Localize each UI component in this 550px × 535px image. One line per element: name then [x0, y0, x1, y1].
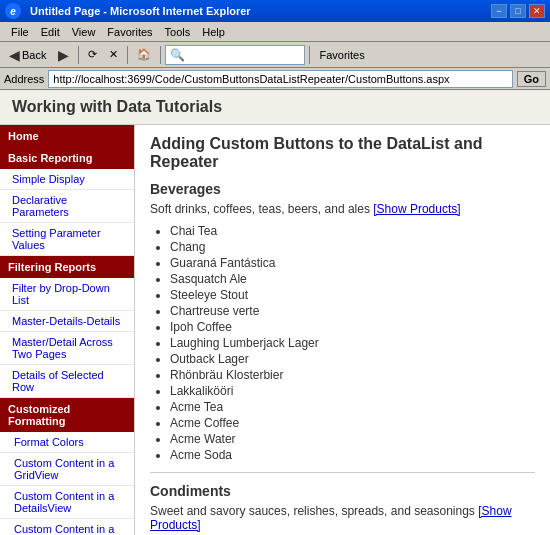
sidebar-item-master-detail-across[interactable]: Master/Detail Across Two Pages: [0, 332, 134, 365]
sidebar-item-home[interactable]: Home: [0, 125, 134, 147]
list-item: Lakkalikööri: [170, 384, 535, 398]
sidebar-item-filtering-reports[interactable]: Filtering Reports: [0, 256, 134, 278]
sidebar-item-simple-display[interactable]: Simple Display: [0, 169, 134, 190]
toolbar-separator-2: [127, 46, 128, 64]
list-item: Guaraná Fantástica: [170, 256, 535, 270]
maximize-button[interactable]: □: [510, 4, 526, 18]
list-item: Acme Water: [170, 432, 535, 446]
list-item: Ipoh Coffee: [170, 320, 535, 334]
list-item: Rhönbräu Klosterbier: [170, 368, 535, 382]
sidebar-item-filter-dropdown[interactable]: Filter by Drop-Down List: [0, 278, 134, 311]
favorites-button[interactable]: Favorites: [314, 46, 369, 64]
favorites-label: Favorites: [319, 49, 364, 61]
title-bar: e Untitled Page - Microsoft Internet Exp…: [0, 0, 550, 22]
list-item: Sasquatch Ale: [170, 272, 535, 286]
menu-help[interactable]: Help: [196, 24, 231, 40]
menu-edit[interactable]: Edit: [35, 24, 66, 40]
sidebar-item-declarative-parameters[interactable]: Declarative Parameters: [0, 190, 134, 223]
minimize-button[interactable]: −: [491, 4, 507, 18]
sidebar-item-basic-reporting[interactable]: Basic Reporting: [0, 147, 134, 169]
back-button[interactable]: ◀ Back: [4, 44, 51, 66]
list-item: Laughing Lumberjack Lager: [170, 336, 535, 350]
sidebar-item-custom-content-formview[interactable]: Custom Content in a FormView: [0, 519, 134, 535]
sidebar-item-format-colors[interactable]: Format Colors: [0, 432, 134, 453]
search-label: 🔍: [170, 48, 185, 62]
list-item: Outback Lager: [170, 352, 535, 366]
back-label: Back: [22, 49, 46, 61]
list-item: Acme Tea: [170, 400, 535, 414]
search-box[interactable]: 🔍: [165, 45, 305, 65]
section-beverages-title: Beverages: [150, 181, 535, 197]
sidebar-item-selected-row[interactable]: Details of Selected Row: [0, 365, 134, 398]
sidebar-item-master-details[interactable]: Master-Details-Details: [0, 311, 134, 332]
sidebar-item-customized-formatting[interactable]: Customized Formatting: [0, 398, 134, 432]
window-title: Untitled Page - Microsoft Internet Explo…: [30, 5, 251, 17]
menu-bar: File Edit View Favorites Tools Help: [0, 22, 550, 42]
section-condiments-title: Condiments: [150, 483, 535, 499]
list-item: Acme Soda: [170, 448, 535, 462]
sidebar-item-setting-parameter-values[interactable]: Setting Parameter Values: [0, 223, 134, 256]
address-label: Address: [4, 73, 44, 85]
title-bar-left: e Untitled Page - Microsoft Internet Exp…: [5, 3, 251, 19]
title-bar-controls: − □ ✕: [491, 4, 545, 18]
menu-favorites[interactable]: Favorites: [101, 24, 158, 40]
sidebar: Home Basic Reporting Simple Display Decl…: [0, 125, 135, 535]
go-button[interactable]: Go: [517, 71, 546, 87]
list-item: Chartreuse verte: [170, 304, 535, 318]
stop-button[interactable]: ✕: [104, 45, 123, 64]
address-input[interactable]: [48, 70, 512, 88]
toolbar: ◀ Back ▶ ⟳ ✕ 🏠 🔍 Favorites: [0, 42, 550, 68]
toolbar-separator-1: [78, 46, 79, 64]
menu-tools[interactable]: Tools: [159, 24, 197, 40]
address-bar: Address Go: [0, 68, 550, 90]
page-header-title: Working with Data Tutorials: [12, 98, 222, 115]
beverages-product-list: Chai Tea Chang Guaraná Fantástica Sasqua…: [170, 224, 535, 462]
content-layout: Home Basic Reporting Simple Display Decl…: [0, 125, 550, 535]
forward-button[interactable]: ▶: [53, 44, 74, 66]
toolbar-separator-3: [160, 46, 161, 64]
menu-view[interactable]: View: [66, 24, 102, 40]
sidebar-item-custom-content-gridview[interactable]: Custom Content in a GridView: [0, 453, 134, 486]
ie-icon: e: [5, 3, 21, 19]
toolbar-separator-4: [309, 46, 310, 64]
back-arrow-icon: ◀: [9, 47, 20, 63]
search-input[interactable]: [185, 49, 285, 61]
list-item: Chai Tea: [170, 224, 535, 238]
page-header: Working with Data Tutorials: [0, 90, 550, 125]
list-item: Chang: [170, 240, 535, 254]
section-divider: [150, 472, 535, 473]
section-condiments-desc: Sweet and savory sauces, relishes, sprea…: [150, 504, 535, 532]
refresh-button[interactable]: ⟳: [83, 45, 102, 64]
home-button[interactable]: 🏠: [132, 45, 156, 64]
close-button[interactable]: ✕: [529, 4, 545, 18]
sidebar-item-custom-content-detailsview[interactable]: Custom Content in a DetailsView: [0, 486, 134, 519]
list-item: Acme Coffee: [170, 416, 535, 430]
list-item: Steeleye Stout: [170, 288, 535, 302]
main-title: Adding Custom Buttons to the DataList an…: [150, 135, 535, 171]
beverages-show-link[interactable]: [Show Products]: [373, 202, 460, 216]
menu-file[interactable]: File: [5, 24, 35, 40]
main-content: Adding Custom Buttons to the DataList an…: [135, 125, 550, 535]
forward-arrow-icon: ▶: [58, 47, 69, 63]
section-beverages-desc: Soft drinks, coffees, teas, beers, and a…: [150, 202, 535, 216]
